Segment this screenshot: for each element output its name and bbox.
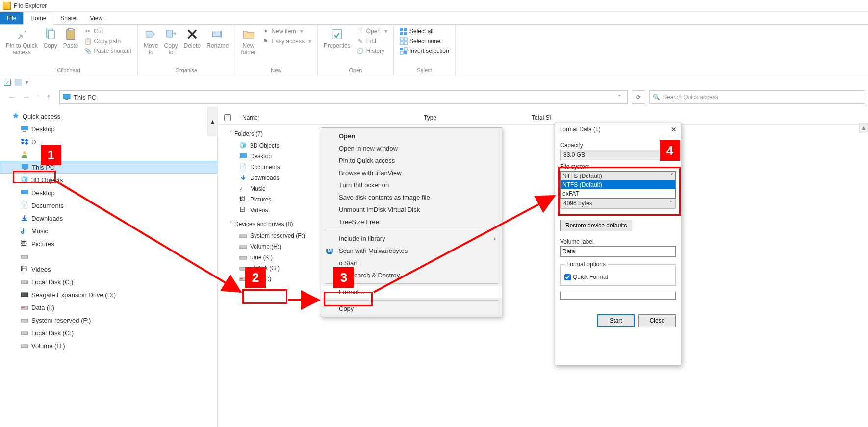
tree-item[interactable]: Music: [0, 225, 217, 237]
list-item[interactable]: 🎞Videos: [230, 205, 305, 216]
format-options-group: Format options Quick Format: [560, 261, 676, 286]
restore-defaults-button[interactable]: Restore device defaults: [560, 220, 632, 231]
tree-item[interactable]: Data (I:): [0, 301, 217, 314]
tree-item[interactable]: Seagate Expansion Drive (D:): [0, 288, 217, 301]
copy-to-icon: [164, 27, 178, 41]
tree-item[interactable]: Downloads: [0, 212, 217, 225]
properties-button[interactable]: Properties: [321, 26, 354, 50]
tree-item[interactable]: Local Disk (C:): [0, 276, 217, 288]
list-item[interactable]: Volume (H:): [230, 241, 305, 252]
list-item[interactable]: Data (I:): [230, 274, 305, 284]
edit-button[interactable]: ✎Edit: [354, 36, 390, 46]
refresh-button[interactable]: ⟳: [632, 90, 645, 104]
recent-dropdown[interactable]: ˅: [37, 95, 40, 100]
list-item[interactable]: 🧊3D Objects: [230, 140, 305, 151]
scrollbar[interactable]: ▲: [207, 107, 217, 136]
copy-path-button[interactable]: 📋Copy path: [81, 36, 134, 46]
dropdown-icon[interactable]: ▾: [26, 79, 28, 86]
tree-item[interactable]: Desktop: [0, 186, 217, 199]
paste-button[interactable]: Paste: [60, 26, 81, 50]
col-name[interactable]: Name: [237, 114, 419, 121]
group-devices[interactable]: ˅Devices and drives (8): [230, 221, 305, 227]
tab-home[interactable]: Home: [23, 12, 53, 25]
tab-share[interactable]: Share: [53, 12, 83, 24]
svg-point-24: [23, 151, 26, 154]
tree-item[interactable]: 🖼Pictures: [0, 237, 217, 250]
start-button[interactable]: Start: [597, 314, 635, 327]
list-item[interactable]: al Disk (G:): [230, 263, 305, 274]
copy-button[interactable]: Copy: [41, 26, 60, 50]
address-bar[interactable]: This PC ˅: [59, 90, 628, 104]
select-none-button[interactable]: Select none: [397, 36, 452, 46]
label: Cut: [94, 28, 103, 35]
label: Copy: [44, 42, 57, 49]
props-icon[interactable]: [15, 79, 22, 86]
tree-item[interactable]: 🎞Videos: [0, 263, 217, 276]
tree-item[interactable]: [0, 250, 217, 263]
list-item[interactable]: ume (K:): [230, 252, 305, 263]
ctx-include-library[interactable]: Include in library›: [321, 232, 502, 245]
tree-item[interactable]: Local Disk (G:): [0, 327, 217, 339]
new-folder-button[interactable]: New folder: [238, 26, 259, 57]
ctx-save-disk-image[interactable]: Save disk contents as image file: [321, 191, 502, 203]
label: Easy access: [272, 38, 305, 45]
select-all-checkbox[interactable]: [218, 114, 237, 121]
move-to-button[interactable]: Move to: [141, 26, 161, 57]
ctx-bitlocker[interactable]: Turn BitLocker on: [321, 179, 502, 191]
ctx-pin-quick-access[interactable]: Pin to Quick access: [321, 154, 502, 167]
list-item[interactable]: ♪Music: [230, 183, 305, 194]
checkbox[interactable]: [564, 274, 571, 280]
back-button[interactable]: ←: [8, 93, 16, 101]
pin-quick-access-button[interactable]: Pin to Quick access: [3, 26, 41, 57]
tree-desktop[interactable]: Desktop: [0, 123, 217, 135]
tree-user[interactable]: [0, 148, 217, 161]
properties-icon: [330, 27, 344, 41]
quick-format-checkbox[interactable]: Quick Format: [564, 274, 671, 280]
tree-item[interactable]: Volume (H:): [0, 339, 217, 352]
copy-to-button[interactable]: Copy to: [161, 26, 180, 57]
list-item[interactable]: System reserved (F:): [230, 230, 305, 241]
tree-dropbox[interactable]: D: [0, 135, 217, 148]
address-dropdown-icon[interactable]: ˅: [615, 94, 624, 101]
paste-shortcut-button[interactable]: 📎Paste shortcut: [81, 46, 134, 56]
ctx-treesize[interactable]: TreeSize Free: [321, 216, 502, 228]
group-folders[interactable]: ˅Folders (7): [230, 130, 305, 137]
col-size[interactable]: Total Si: [527, 114, 595, 121]
history-button[interactable]: 🕘History: [354, 46, 390, 56]
tree-item[interactable]: 📄Documents: [0, 199, 217, 212]
search-box[interactable]: 🔍 Search Quick access: [649, 90, 865, 104]
new-item-button[interactable]: ✦New item▾: [259, 26, 314, 36]
capacity-field[interactable]: 83.0 GB˅: [560, 150, 676, 160]
list-item[interactable]: 📄Documents: [230, 162, 305, 173]
volume-label-input[interactable]: [560, 246, 676, 257]
close-dialog-button[interactable]: Close: [638, 314, 676, 327]
forward-button[interactable]: →: [23, 93, 30, 101]
checkbox-icon[interactable]: ✓: [4, 79, 11, 86]
list-item[interactable]: Downloads: [230, 173, 305, 183]
tree-item[interactable]: System reserved (F:): [0, 314, 217, 327]
invert-selection-button[interactable]: Invert selection: [397, 46, 452, 56]
separator: [324, 230, 499, 230]
svg-rect-20: [63, 94, 70, 99]
ctx-unmount-imdisk[interactable]: Unmount ImDisk Virtual Disk: [321, 203, 502, 216]
up-button[interactable]: ↑: [47, 93, 51, 101]
content-scroll-up[interactable]: ▲: [859, 123, 868, 133]
ctx-irfanview[interactable]: Browse with IrfanView: [321, 167, 502, 179]
ctx-open[interactable]: Open: [321, 130, 502, 142]
rename-button[interactable]: Rename: [204, 26, 231, 50]
col-type[interactable]: Type: [419, 114, 527, 121]
close-button[interactable]: ✕: [671, 126, 677, 133]
ctx-malwarebytes[interactable]: MScan with Malwarebytes: [321, 245, 502, 257]
documents-icon: 📄: [21, 201, 28, 209]
tab-view[interactable]: View: [83, 12, 109, 24]
tree-quick-access[interactable]: Quick access: [0, 110, 217, 123]
ctx-open-new-window[interactable]: Open in new window: [321, 142, 502, 154]
easy-access-button[interactable]: ⚑Easy access▾: [259, 36, 314, 46]
tab-file[interactable]: File: [0, 12, 23, 24]
list-item[interactable]: Desktop: [230, 151, 305, 162]
list-item[interactable]: 🖼Pictures: [230, 194, 305, 205]
cut-button[interactable]: ✂Cut: [81, 26, 134, 36]
open-button[interactable]: ☐Open▾: [354, 26, 390, 36]
select-all-button[interactable]: Select all: [397, 26, 452, 36]
delete-button[interactable]: Delete: [180, 26, 204, 50]
